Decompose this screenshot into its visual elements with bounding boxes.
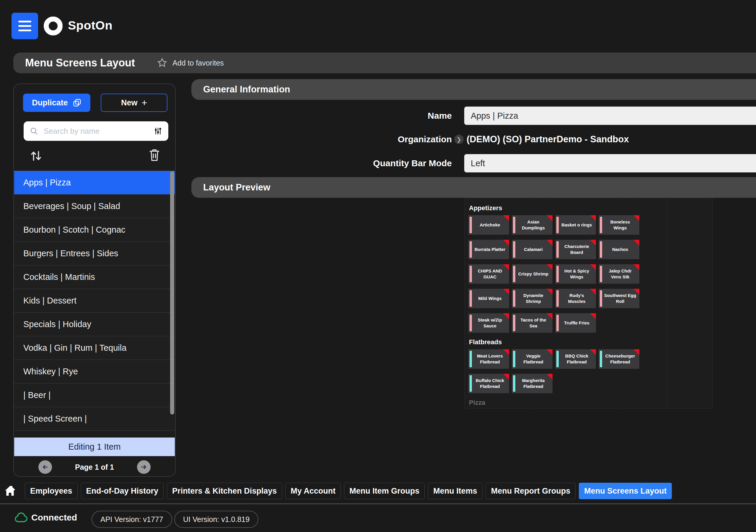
general-information-title: General Information — [203, 84, 290, 95]
spoton-logo-icon — [44, 16, 63, 36]
menu-item-tile[interactable]: Dynamite Shrimp — [512, 289, 553, 308]
nav-tab-menu-items[interactable]: Menu Items — [428, 483, 482, 499]
list-item[interactable]: Burgers | Entrees | Sides — [14, 242, 175, 265]
list-item[interactable]: Kids | Dessert — [14, 289, 175, 313]
list-pagination: Page 1 of 1 — [14, 460, 175, 474]
nav-tab-menu-screens-layout[interactable]: Menu Screens Layout — [579, 483, 672, 499]
tile-label: Basket o rings — [561, 222, 592, 228]
nav-tab-employees[interactable]: Employees — [25, 483, 78, 499]
menu-item-tile[interactable]: Charcuterie Board — [555, 240, 596, 259]
bottom-navigation: EmployeesEnd-of-Day HistoryPrinters & Ki… — [0, 482, 756, 499]
menu-item-tile[interactable]: Truffle Fries — [555, 313, 596, 333]
quantity-bar-mode-label: Quantity Bar Mode — [304, 154, 452, 172]
list-item[interactable]: | Speed Screen | — [14, 407, 175, 431]
menu-item-tile[interactable]: Steak w/Zip Sauce — [468, 313, 509, 333]
quantity-bar-mode-field[interactable] — [464, 154, 756, 173]
tile-color-stripe — [600, 241, 602, 258]
tile-label: Truffle Fries — [564, 320, 589, 326]
tile-color-stripe — [513, 217, 515, 233]
list-item[interactable]: Specials | Holiday — [14, 313, 175, 336]
name-label: Name — [304, 107, 452, 124]
tile-corner-flag — [547, 264, 553, 270]
next-page-button[interactable] — [137, 460, 150, 474]
tile-color-stripe — [470, 241, 472, 258]
list-item[interactable]: Whiskey | Rye — [14, 360, 175, 384]
home-button[interactable] — [3, 484, 17, 498]
hamburger-icon — [18, 21, 31, 22]
tile-label: Southwest Egg Roll — [604, 293, 636, 305]
ui-version-badge: UI Version: v1.0.819 — [174, 511, 258, 528]
menu-item-tile[interactable]: Mild Wings — [468, 289, 509, 308]
menu-item-tile[interactable]: Southwest Egg Roll — [599, 289, 639, 308]
list-item[interactable]: Beverages | Soup | Salad — [14, 195, 175, 218]
tile-corner-flag — [634, 215, 639, 221]
menu-item-tile[interactable]: Veggie Flatbread — [512, 349, 553, 369]
tile-corner-flag — [634, 264, 639, 270]
tile-corner-flag — [503, 215, 509, 221]
plus-icon: + — [142, 98, 147, 107]
menu-item-tile[interactable]: Burrata Platter — [468, 240, 509, 259]
menu-item-tile[interactable]: Hot & Spicy Wings — [555, 264, 596, 284]
menu-item-tile[interactable]: Calamari — [512, 240, 553, 259]
tile-corner-flag — [590, 289, 596, 295]
list-item[interactable]: Vodka | Gin | Rum | Tequila — [14, 336, 175, 360]
nav-tab-end-of-day-history[interactable]: End-of-Day History — [81, 483, 164, 499]
organization-value-row: ❯ (DEMO) (SO) PartnerDemo - Sandbox — [454, 130, 629, 148]
menu-item-tile[interactable]: Tacos of the Sea — [512, 313, 553, 333]
menu-item-tile[interactable]: Margherita Flatbread — [512, 374, 553, 393]
tile-label: Margherita Flatbread — [517, 378, 550, 390]
screens-sidebar: Duplicate New + — [13, 84, 176, 477]
tile-label: Jalep Chdr Vens Stk — [604, 268, 636, 280]
menu-item-tile[interactable]: Nachos — [599, 240, 639, 259]
star-icon — [156, 57, 168, 68]
chevron-right-icon[interactable]: ❯ — [454, 135, 464, 144]
menu-item-tile[interactable]: Artichoke — [468, 215, 509, 235]
trash-icon[interactable] — [148, 148, 161, 162]
tile-color-stripe — [513, 241, 515, 258]
add-to-favorites-button[interactable]: Add to favorites — [156, 57, 224, 68]
menu-item-tile[interactable]: Basket o rings — [555, 215, 596, 235]
name-field[interactable] — [464, 107, 756, 125]
search-input[interactable] — [43, 126, 153, 136]
organization-value: (DEMO) (SO) PartnerDemo - Sandbox — [467, 134, 629, 145]
tile-corner-flag — [503, 240, 509, 246]
menu-item-tile[interactable]: BBQ Chick Flatbread — [555, 349, 596, 369]
menu-item-tile[interactable]: Crispy Shrimp — [512, 264, 553, 284]
menu-item-tile[interactable]: Boneless Wings — [599, 215, 639, 235]
duplicate-button[interactable]: Duplicate — [23, 93, 90, 112]
nav-tab-menu-item-groups[interactable]: Menu Item Groups — [344, 483, 425, 499]
tile-corner-flag — [590, 313, 596, 319]
previous-page-button[interactable] — [39, 460, 52, 474]
tile-color-stripe — [470, 266, 472, 282]
menu-item-tile[interactable]: Buffalo Chick Flatbread — [468, 374, 509, 393]
menu-item-tile[interactable]: Asian Dumplings — [512, 215, 553, 235]
list-item[interactable]: Cocktails | Martinis — [14, 265, 175, 289]
preview-group-label: Flatbreads — [469, 338, 712, 347]
list-scrollbar[interactable] — [170, 171, 174, 414]
filter-icon[interactable] — [153, 127, 162, 136]
nav-tab-my-account[interactable]: My Account — [285, 483, 341, 499]
layout-preview-title: Layout Preview — [203, 182, 270, 193]
tile-corner-flag — [634, 240, 639, 246]
tile-corner-flag — [547, 374, 553, 380]
list-item[interactable]: Apps | Pizza — [14, 171, 175, 195]
hamburger-menu-button[interactable] — [12, 13, 38, 39]
preview-column-divider — [667, 199, 667, 408]
menu-item-tile[interactable]: Jalep Chdr Vens Stk — [599, 264, 639, 284]
tile-label: Calamari — [524, 247, 543, 253]
preview-tile-grid: Meat Lovers FlatbreadVeggie FlatbreadBBQ… — [468, 349, 643, 393]
nav-tab-printers-kitchen-displays[interactable]: Printers & Kitchen Displays — [167, 483, 282, 499]
menu-item-tile[interactable]: CHIPS AND GUAC — [468, 264, 509, 284]
menu-item-tile[interactable]: Rudy's Muscles — [555, 289, 596, 308]
new-button[interactable]: New + — [101, 93, 168, 112]
list-item[interactable]: | Beer | — [14, 384, 175, 407]
sort-icon[interactable] — [29, 148, 43, 163]
tile-color-stripe — [470, 315, 472, 331]
tile-color-stripe — [470, 217, 472, 233]
tile-label: Artichoke — [480, 222, 500, 228]
menu-item-tile[interactable]: Cheeseburger Flatbread — [599, 349, 639, 369]
tile-color-stripe — [556, 266, 559, 282]
menu-item-tile[interactable]: Meat Lovers Flatbread — [468, 349, 509, 369]
list-item[interactable]: Bourbon | Scotch | Cognac — [14, 218, 175, 242]
nav-tab-menu-report-groups[interactable]: Menu Report Groups — [486, 483, 576, 499]
